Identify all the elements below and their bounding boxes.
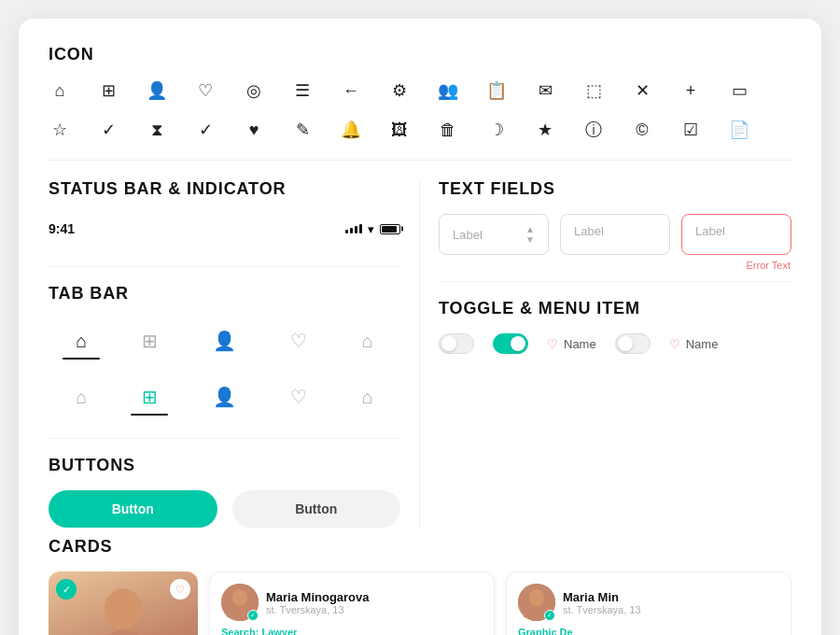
status-bar: 9:41 ▾ bbox=[49, 214, 400, 244]
tab-user-1[interactable]: 👤 bbox=[213, 330, 236, 360]
tab-bar-2: ⌂ ⊞ 👤 ♡ ⌂ bbox=[49, 374, 400, 416]
checkmark-icon: ✓ bbox=[194, 119, 217, 141]
back-icon: ← bbox=[340, 79, 362, 102]
content-right: TEXT FIELDS Label ▲▼ Label Label Error T… bbox=[420, 179, 791, 528]
secondary-button[interactable]: Button bbox=[232, 490, 401, 528]
toggle-section: TOGGLE & MENU ITEM ♡ Name ♡ Name bbox=[439, 299, 791, 354]
cards-section: CARDS ✓ ♡ Design System composer bbox=[49, 537, 791, 635]
star-icon: ☆ bbox=[49, 119, 71, 141]
error-text: Error Text bbox=[747, 260, 791, 271]
buttons-title: BUTTONS bbox=[49, 456, 400, 475]
person-silhouette bbox=[77, 581, 170, 635]
tab-grid-1[interactable]: ⊞ bbox=[142, 330, 158, 360]
profile-header-1: ✓ Maria Minogarova st. Tverskaya, 13 bbox=[221, 584, 483, 621]
profile-info-2: Maria Min st. Tverskaya, 13 bbox=[563, 590, 641, 615]
photo-card[interactable]: ✓ ♡ Design System composer, I speak and … bbox=[49, 572, 198, 635]
edit-icon: ✎ bbox=[291, 119, 314, 141]
profile-role-2: Graphic De bbox=[518, 627, 779, 635]
avatar-2: ✓ bbox=[518, 584, 555, 621]
user-icon: 👤 bbox=[146, 79, 168, 102]
svg-point-4 bbox=[529, 589, 544, 606]
tab-home2-2[interactable]: ⌂ bbox=[362, 387, 373, 416]
menu-heart-icon-1: ♡ bbox=[547, 337, 558, 351]
check-circle-icon: ✓ bbox=[97, 119, 119, 141]
profile-name-1: Maria Minogarova bbox=[266, 590, 370, 604]
profile-card-1: ✓ Maria Minogarova st. Tverskaya, 13 Sea… bbox=[209, 572, 495, 635]
menu-heart-icon-2: ♡ bbox=[669, 337, 680, 351]
heart-filled-icon: ♥ bbox=[243, 119, 265, 141]
clipboard-icon: 📋 bbox=[485, 79, 508, 102]
moon-icon: ☽ bbox=[485, 119, 508, 141]
avatar-verified-1: ✓ bbox=[247, 610, 259, 621]
buttons-section: BUTTONS Button Button bbox=[49, 456, 400, 528]
menu-label-1: Name bbox=[564, 337, 596, 351]
logout-icon: ⬚ bbox=[582, 79, 605, 102]
grid-icon: ⊞ bbox=[97, 79, 119, 102]
home-icon: ⌂ bbox=[49, 79, 71, 102]
primary-button[interactable]: Button bbox=[49, 490, 217, 528]
status-title: STATUS BAR & INDICATOR bbox=[49, 179, 400, 199]
card-verified-badge: ✓ bbox=[56, 579, 77, 600]
icon-grid: ⌂ ⊞ 👤 ♡ ◎ ☰ ← ⚙ 👥 📋 ✉ ⬚ ✕ + ▭ ☆ ✓ ⧗ ✓ ♥ … bbox=[49, 79, 791, 141]
profile-search-1: Search: Lawyer bbox=[221, 627, 483, 635]
search-label-1: Search: bbox=[221, 627, 259, 635]
toggle-on[interactable] bbox=[493, 333, 528, 354]
bell-icon: 🔔 bbox=[340, 119, 362, 141]
toggles-row: ♡ Name ♡ Name bbox=[439, 333, 791, 354]
trash-icon: 🗑 bbox=[437, 119, 459, 141]
status-bar-section: STATUS BAR & INDICATOR 9:41 ▾ bbox=[49, 179, 400, 244]
field-3-label: Label bbox=[695, 224, 725, 238]
menu-item-2[interactable]: ♡ Name bbox=[669, 337, 719, 351]
buttons-row: Button Button bbox=[49, 490, 400, 528]
tab-grid-2[interactable]: ⊞ bbox=[142, 386, 158, 416]
add-icon: + bbox=[679, 79, 702, 102]
tab-user-2[interactable]: 👤 bbox=[213, 386, 236, 416]
cards-row-1: ✓ ♡ Design System composer, I speak and … bbox=[49, 572, 791, 635]
status-time: 9:41 bbox=[49, 221, 75, 236]
fields-row: Label ▲▼ Label Label Error Text bbox=[439, 214, 791, 255]
mail-icon: ✉ bbox=[534, 79, 556, 102]
toggle-off-2[interactable] bbox=[615, 333, 651, 354]
tab-home-1[interactable]: ⌂ bbox=[76, 331, 87, 360]
tab-bar-section: TAB BAR ⌂ ⊞ 👤 ♡ ⌂ ⌂ ⊞ 👤 ♡ ⌂ bbox=[49, 284, 400, 416]
icon-title: ICON bbox=[49, 45, 791, 64]
toggle-off[interactable] bbox=[439, 333, 474, 354]
tab-heart-2[interactable]: ♡ bbox=[290, 386, 307, 416]
tab-home2-1[interactable]: ⌂ bbox=[362, 331, 373, 360]
signal-icon bbox=[345, 224, 362, 233]
checkbox-icon: ☑ bbox=[679, 119, 702, 141]
copyright-icon: © bbox=[631, 119, 653, 141]
tab-bar-1: ⌂ ⊞ 👤 ♡ ⌂ bbox=[49, 318, 400, 360]
star-filled-icon: ★ bbox=[534, 119, 556, 141]
toggle-knob-off bbox=[441, 336, 456, 351]
toggle-title: TOGGLE & MENU ITEM bbox=[439, 299, 791, 318]
menu-icon: ☰ bbox=[291, 79, 314, 102]
field-1[interactable]: Label ▲▼ bbox=[439, 214, 549, 255]
settings-icon: ⚙ bbox=[388, 79, 411, 102]
field-1-label: Label bbox=[453, 228, 483, 242]
main-card: ICON ⌂ ⊞ 👤 ♡ ◎ ☰ ← ⚙ 👥 📋 ✉ ⬚ ✕ + ▭ ☆ ✓ ⧗… bbox=[19, 19, 821, 635]
profile-name-2: Maria Min bbox=[563, 590, 641, 604]
image-icon: 🖼 bbox=[388, 119, 411, 141]
profile-header-2: ✓ Maria Min st. Tverskaya, 13 bbox=[518, 584, 779, 621]
menu-item-1[interactable]: ♡ Name bbox=[547, 337, 596, 351]
field-3-error[interactable]: Label Error Text bbox=[681, 214, 791, 255]
avatar-1: ✓ bbox=[221, 584, 259, 621]
file-icon: 📄 bbox=[728, 119, 750, 141]
field-2[interactable]: Label bbox=[560, 214, 670, 255]
close-icon: ✕ bbox=[631, 79, 653, 102]
location-icon: ◎ bbox=[243, 79, 265, 102]
field-1-arrow: ▲▼ bbox=[525, 224, 535, 245]
tab-home-2[interactable]: ⌂ bbox=[76, 387, 87, 416]
card-heart-button[interactable]: ♡ bbox=[170, 579, 190, 600]
hourglass-icon: ⧗ bbox=[146, 119, 168, 141]
profile-info-1: Maria Minogarova st. Tverskaya, 13 bbox=[266, 590, 370, 615]
tab-heart-1[interactable]: ♡ bbox=[290, 330, 307, 360]
toggle-knob-on bbox=[511, 336, 525, 351]
text-fields-section: TEXT FIELDS Label ▲▼ Label Label Error T… bbox=[439, 179, 791, 255]
toggle-knob-off-2 bbox=[618, 336, 633, 351]
search-value-1: Lawyer bbox=[261, 627, 297, 635]
cards-title: CARDS bbox=[49, 537, 791, 557]
info-icon: ⓘ bbox=[582, 119, 605, 141]
icon-section: ICON ⌂ ⊞ 👤 ♡ ◎ ☰ ← ⚙ 👥 📋 ✉ ⬚ ✕ + ▭ ☆ ✓ ⧗… bbox=[49, 45, 791, 161]
